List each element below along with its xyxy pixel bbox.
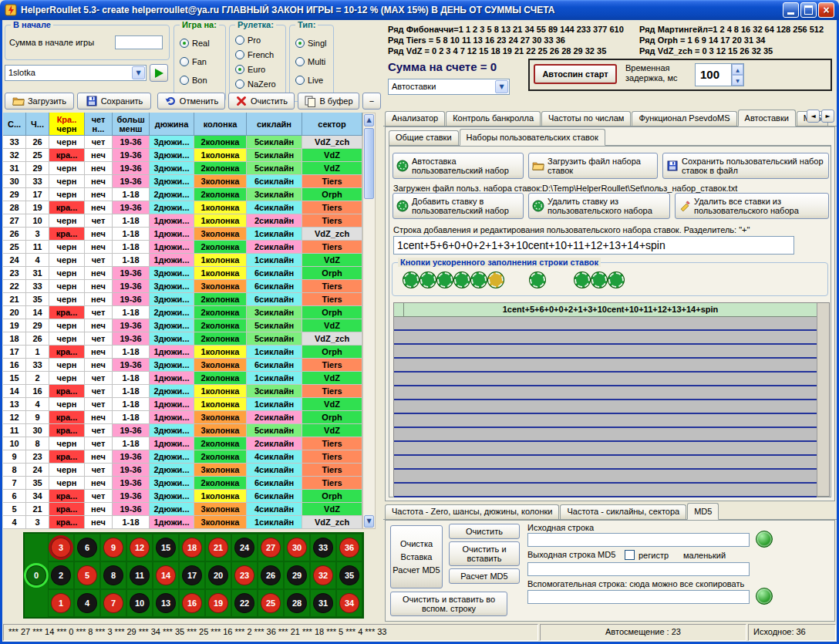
load-set-file-button[interactable]: Загрузить файл набора ставок bbox=[528, 153, 658, 179]
tab-number-frequencies[interactable]: Частоты по числам bbox=[541, 111, 631, 126]
board-cell-3[interactable]: 3 bbox=[48, 534, 74, 561]
chip-button-7[interactable] bbox=[530, 272, 545, 288]
board-cell-10[interactable]: 10 bbox=[126, 589, 153, 617]
save-button[interactable]: Сохранить bbox=[77, 93, 151, 110]
table-row[interactable]: 152чернчет1-181дюжи...2колонка1сиклайнVd… bbox=[3, 372, 362, 385]
bet-list-row[interactable] bbox=[394, 428, 817, 442]
radio-singl[interactable]: Singl bbox=[295, 38, 326, 49]
collapse-button[interactable]: − bbox=[362, 93, 381, 110]
chip-button-1[interactable] bbox=[403, 272, 419, 288]
md5-source-input[interactable] bbox=[527, 533, 750, 547]
table-row[interactable]: 244чернчет1-181дюжи...1колонка1сиклайнVd… bbox=[3, 254, 362, 267]
delay-spinner[interactable]: 100 ▲ ▼ bbox=[695, 63, 744, 86]
bet-list-row[interactable] bbox=[394, 331, 817, 345]
table-row[interactable]: 2710чернчет1-181дюжи...1колонка2сиклайнT… bbox=[3, 214, 362, 228]
board-cell-zero[interactable]: 0 bbox=[25, 561, 48, 589]
board-cell-7[interactable]: 7 bbox=[100, 589, 126, 617]
board-cell-20[interactable]: 20 bbox=[205, 561, 231, 589]
table-row[interactable]: 735черннеч19-363дюжи...2колонка6сиклайнT… bbox=[3, 477, 362, 490]
board-cell-25[interactable]: 25 bbox=[258, 589, 284, 617]
board-cell-21[interactable]: 21 bbox=[205, 534, 231, 561]
radio-bon[interactable]: Bon bbox=[180, 75, 207, 86]
autobets-combobox[interactable]: Автоставки ▼ bbox=[388, 79, 510, 95]
autospin-start-button[interactable]: Автоспин старт bbox=[534, 64, 617, 84]
md5-calc-button[interactable]: Расчет MD5 bbox=[449, 568, 520, 584]
table-row[interactable]: 2014кра...чет1-182дюжи...2колонка3сиклай… bbox=[3, 306, 362, 319]
board-cell-29[interactable]: 29 bbox=[284, 561, 310, 589]
chip-button-2[interactable] bbox=[420, 272, 436, 288]
bet-set-list[interactable]: 1cent+5+6+0+0+2+1+3+10cent+10+11+12+13+1… bbox=[393, 302, 830, 497]
undo-button[interactable]: Отменить bbox=[157, 93, 225, 110]
md5-aux-go-button[interactable] bbox=[756, 588, 773, 605]
bet-list-row[interactable] bbox=[394, 400, 817, 414]
play-button[interactable] bbox=[150, 64, 168, 82]
table-row[interactable]: 2135черннеч19-363дюжи...2колонка6сиклайн… bbox=[3, 293, 362, 306]
scroll-down-icon[interactable]: ▼ bbox=[364, 515, 374, 528]
tab-psevdoms[interactable]: Функционал PsevdoMS bbox=[632, 111, 736, 126]
table-row[interactable]: 1929черннеч19-363дюжи...2колонка5сиклайн… bbox=[3, 319, 362, 332]
table-row[interactable]: 43кра...неч1-181дюжи...3колонка1сиклайнV… bbox=[3, 516, 362, 529]
tab-bankroll-control[interactable]: Контроль банкролла bbox=[446, 111, 541, 126]
chip-button-6[interactable] bbox=[488, 272, 504, 288]
minimize-button[interactable] bbox=[783, 2, 799, 18]
board-cell-30[interactable]: 30 bbox=[284, 534, 310, 561]
table-row[interactable]: 3225кра...неч19-363дюжи...1колонка5сикла… bbox=[3, 149, 362, 162]
table-row[interactable]: 3033черннеч19-363дюжи...3колонка6сиклайн… bbox=[3, 175, 362, 188]
tab-md5-bottom[interactable]: MD5 bbox=[687, 503, 719, 520]
chip-button-8[interactable] bbox=[574, 272, 590, 288]
board-cell-13[interactable]: 13 bbox=[153, 589, 179, 617]
bet-list-row[interactable] bbox=[394, 484, 817, 497]
load-button[interactable]: Загрузить bbox=[5, 93, 74, 110]
board-cell-15[interactable]: 15 bbox=[153, 534, 179, 561]
tabs-scroll-right-icon[interactable]: ► bbox=[821, 110, 834, 123]
table-row[interactable]: 171кра...неч1-181дюжи...1колонка1сиклайн… bbox=[3, 346, 362, 359]
table-row[interactable]: 521кра...неч19-362дюжи...3колонка4сиклай… bbox=[3, 503, 362, 516]
save-set-file-button[interactable]: Сохранить пользовательский набор ставок … bbox=[662, 153, 829, 179]
md5-aux-input[interactable] bbox=[527, 590, 750, 604]
radio-euro[interactable]: Euro bbox=[235, 64, 265, 75]
to-buffer-button[interactable]: В буфер bbox=[298, 93, 359, 110]
board-cell-12[interactable]: 12 bbox=[126, 534, 153, 561]
slot-combobox[interactable]: 1slotka ▼ bbox=[5, 65, 147, 81]
remove-bet-button[interactable]: Удалить ставку из пользовательского набо… bbox=[528, 193, 670, 219]
board-cell-32[interactable]: 32 bbox=[310, 561, 336, 589]
bet-list-row[interactable] bbox=[394, 442, 817, 456]
chevron-down-icon[interactable]: ▼ bbox=[132, 66, 145, 79]
bet-list-row[interactable] bbox=[394, 317, 817, 331]
board-cell-16[interactable]: 16 bbox=[179, 589, 205, 617]
table-row[interactable]: 824чернчет19-362дюжи...3колонка4сиклайнT… bbox=[3, 464, 362, 477]
radio-fan[interactable]: Fan bbox=[180, 56, 207, 67]
table-row[interactable]: 1416кра...чет1-182дюжи...1колонка3сиклай… bbox=[3, 385, 362, 398]
board-cell-35[interactable]: 35 bbox=[336, 561, 362, 589]
remove-all-bets-button[interactable]: Удалить все ставки из пользовательского … bbox=[675, 193, 829, 219]
maximize-button[interactable] bbox=[800, 2, 817, 18]
board-cell-34[interactable]: 34 bbox=[336, 589, 362, 617]
md5-source-go-button[interactable] bbox=[756, 531, 773, 548]
table-row[interactable]: 634кра...чет19-363дюжи...1колонка6сиклай… bbox=[3, 490, 362, 503]
md5-clear-button[interactable]: Очистить bbox=[449, 524, 520, 539]
tab-analizator[interactable]: Анализатор bbox=[385, 111, 445, 126]
table-row[interactable]: 2917черннеч1-182дюжи...2колонка3сиклайнO… bbox=[3, 188, 362, 201]
table-row[interactable]: 129кра...неч1-181дюжи...3колонка2сиклайн… bbox=[3, 411, 362, 424]
radio-live[interactable]: Live bbox=[295, 75, 323, 86]
md5-clear-paste-aux-button[interactable]: Очистить и вставить во вспом. строку bbox=[390, 592, 507, 616]
board-cell-9[interactable]: 9 bbox=[100, 534, 126, 561]
table-row[interactable]: 2819кра...неч19-362дюжи...1колонка4сикла… bbox=[3, 201, 362, 214]
table-row[interactable]: 2331черннеч19-363дюжи...1колонка6сиклайн… bbox=[3, 267, 362, 280]
bet-list-row[interactable] bbox=[394, 359, 817, 373]
table-row[interactable]: 1633черннеч19-363дюжи...3колонка6сиклайн… bbox=[3, 359, 362, 372]
board-cell-31[interactable]: 31 bbox=[310, 589, 336, 617]
tabs-scroll-left-icon[interactable]: ◄ bbox=[807, 110, 820, 123]
tab-freq-sixlines-sectors[interactable]: Частота - сиклайны, сектора bbox=[560, 504, 686, 519]
board-cell-18[interactable]: 18 bbox=[179, 534, 205, 561]
board-cell-2[interactable]: 2 bbox=[48, 561, 74, 589]
board-cell-5[interactable]: 5 bbox=[74, 561, 100, 589]
chip-button-5[interactable] bbox=[471, 272, 487, 288]
tab-freq-zero-chances[interactable]: Частота - Zero, шансы, дюжины, колонки bbox=[385, 504, 559, 519]
spinner-up-icon[interactable]: ▲ bbox=[732, 64, 743, 75]
close-button[interactable] bbox=[818, 2, 834, 18]
board-cell-1[interactable]: 1 bbox=[48, 589, 74, 617]
table-row[interactable]: 1826чернчет19-363дюжи...2колонка5сиклайн… bbox=[3, 332, 362, 346]
table-row[interactable]: 3129черннеч19-363дюжи...2колонка5сиклайн… bbox=[3, 162, 362, 175]
add-bet-button[interactable]: Добавить ставку в пользовательский набор bbox=[393, 193, 524, 219]
